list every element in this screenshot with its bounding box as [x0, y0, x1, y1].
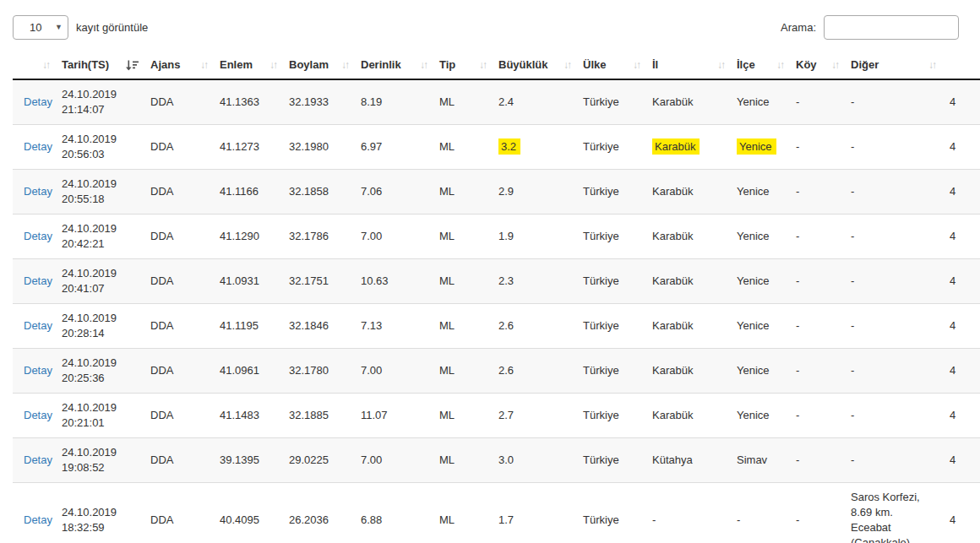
cell-koy: - [789, 214, 844, 259]
cell-koy: - [789, 79, 844, 125]
column-header-ilce[interactable]: İlçe↓↑ [730, 51, 789, 79]
cell-il: Karabük [645, 259, 730, 304]
cell-derinlik: 6.97 [354, 125, 433, 170]
cell-extra: 4 [941, 304, 980, 349]
column-header-ulke[interactable]: Ülke↓↑ [576, 51, 645, 79]
cell-diger: - [844, 259, 941, 304]
cell-tarih: 24.10.2019 19:08:52 [55, 438, 144, 483]
detail-link[interactable]: Detay [24, 274, 52, 287]
sort-both-icon: ↓↑ [200, 59, 207, 71]
cell-tip: ML [433, 304, 492, 349]
detail-link[interactable]: Detay [24, 185, 52, 198]
table-row: Detay24.10.2019 20:25:36DDA41.096132.178… [13, 349, 980, 394]
column-header-ajans[interactable]: Ajans↓↑ [144, 51, 213, 79]
search-label: Arama: [781, 21, 816, 34]
cell-extra: 4 [941, 170, 980, 214]
cell-enlem: 41.1290 [213, 214, 282, 259]
cell-il: Kütahya [645, 438, 730, 483]
cell-tarih: 24.10.2019 20:41:07 [55, 259, 144, 304]
table-row: Detay24.10.2019 20:56:03DDA41.127332.198… [13, 125, 980, 170]
column-header-enlem[interactable]: Enlem↓↑ [213, 51, 282, 79]
search-highlight: Karabük [652, 138, 700, 155]
cell-detay: Detay [13, 304, 55, 349]
search-input[interactable] [824, 15, 959, 40]
column-header-koy[interactable]: Köy↓↑ [789, 51, 844, 79]
detail-link[interactable]: Detay [24, 364, 52, 377]
cell-tarih: 24.10.2019 20:56:03 [55, 125, 144, 170]
column-header-boylam[interactable]: Boylam↓↑ [282, 51, 354, 79]
sort-both-icon: ↓↑ [270, 59, 276, 71]
cell-il: Karabük [645, 214, 730, 259]
detail-link[interactable]: Detay [24, 140, 52, 153]
column-header-tip[interactable]: Tip↓↑ [433, 51, 492, 79]
detail-link[interactable]: Detay [24, 409, 52, 421]
cell-il: Karabük [645, 349, 730, 394]
cell-il: Karabük [645, 394, 730, 438]
detail-link[interactable]: Detay [24, 95, 52, 108]
cell-ilce: Yenice [730, 125, 789, 170]
cell-boylam: 32.1786 [282, 214, 354, 259]
cell-ajans: DDA [144, 349, 213, 394]
cell-tip: ML [433, 125, 492, 170]
cell-derinlik: 8.19 [354, 79, 433, 125]
table-row: Detay24.10.2019 20:21:01DDA41.148332.188… [13, 394, 980, 438]
table-row: Detay24.10.2019 20:55:18DDA41.116632.185… [13, 170, 980, 214]
cell-extra: 4 [941, 483, 980, 543]
cell-ajans: DDA [144, 79, 213, 125]
cell-il: Karabük [645, 125, 730, 170]
sort-both-icon: ↓↑ [633, 59, 640, 71]
page-length-select[interactable]: 10 [13, 15, 68, 40]
cell-koy: - [789, 349, 844, 394]
cell-boylam: 32.1885 [282, 394, 354, 438]
cell-tarih: 24.10.2019 20:55:18 [55, 170, 144, 214]
cell-boylam: 32.1780 [282, 349, 354, 394]
detail-link[interactable]: Detay [24, 453, 52, 466]
cell-boylam: 32.1846 [282, 304, 354, 349]
cell-tip: ML [433, 394, 492, 438]
column-header-diger[interactable]: Diğer↓↑ [844, 51, 941, 79]
cell-ilce: Yenice [730, 304, 789, 349]
column-header-detay[interactable]: ↓↑ [13, 51, 55, 79]
cell-detay: Detay [13, 349, 55, 394]
cell-diger: - [844, 214, 941, 259]
table-row: Detay24.10.2019 21:14:07DDA41.136332.193… [13, 79, 980, 125]
table-row: Detay24.10.2019 18:32:59DDA40.409526.203… [13, 483, 980, 543]
cell-ulke: Türkiye [576, 214, 645, 259]
column-label: Köy [796, 58, 817, 71]
column-header-buyukluk[interactable]: Büyüklük↓↑ [492, 51, 576, 79]
cell-enlem: 41.0931 [213, 259, 282, 304]
cell-derinlik: 7.00 [354, 349, 433, 394]
detail-link[interactable]: Detay [24, 230, 52, 242]
cell-extra: 4 [941, 259, 980, 304]
cell-buyukluk: 2.4 [492, 79, 576, 125]
detail-link[interactable]: Detay [24, 513, 52, 526]
cell-ulke: Türkiye [576, 438, 645, 483]
column-header-derinlik[interactable]: Derinlik↓↑ [354, 51, 433, 79]
table-viewport: ↓↑Tarih(TS)Ajans↓↑Enlem↓↑Boylam↓↑Derinli… [13, 51, 980, 543]
cell-boylam: 32.1751 [282, 259, 354, 304]
cell-boylam: 32.1980 [282, 125, 354, 170]
cell-koy: - [789, 394, 844, 438]
table-row: Detay24.10.2019 20:41:07DDA41.093132.175… [13, 259, 980, 304]
sort-both-icon: ↓↑ [564, 59, 570, 71]
detail-link[interactable]: Detay [24, 319, 52, 332]
cell-extra: 4 [941, 214, 980, 259]
cell-ulke: Türkiye [576, 125, 645, 170]
column-header-tarih[interactable]: Tarih(TS) [55, 51, 144, 79]
column-label: Boylam [289, 58, 329, 71]
cell-detay: Detay [13, 438, 55, 483]
sort-desc-icon [126, 59, 139, 70]
cell-derinlik: 7.13 [354, 304, 433, 349]
sort-both-icon: ↓↑ [717, 59, 724, 71]
cell-extra: 4 [941, 79, 980, 125]
cell-detay: Detay [13, 483, 55, 543]
cell-tarih: 24.10.2019 20:28:14 [55, 304, 144, 349]
cell-il: Karabük [645, 304, 730, 349]
cell-tip: ML [433, 259, 492, 304]
page-length-control: 10 ▼ kayıt görüntüle [13, 15, 148, 40]
cell-diger: - [844, 394, 941, 438]
cell-diger: - [844, 170, 941, 214]
cell-tarih: 24.10.2019 20:25:36 [55, 349, 144, 394]
column-header-il[interactable]: İl↓↑ [645, 51, 730, 79]
cell-ajans: DDA [144, 304, 213, 349]
